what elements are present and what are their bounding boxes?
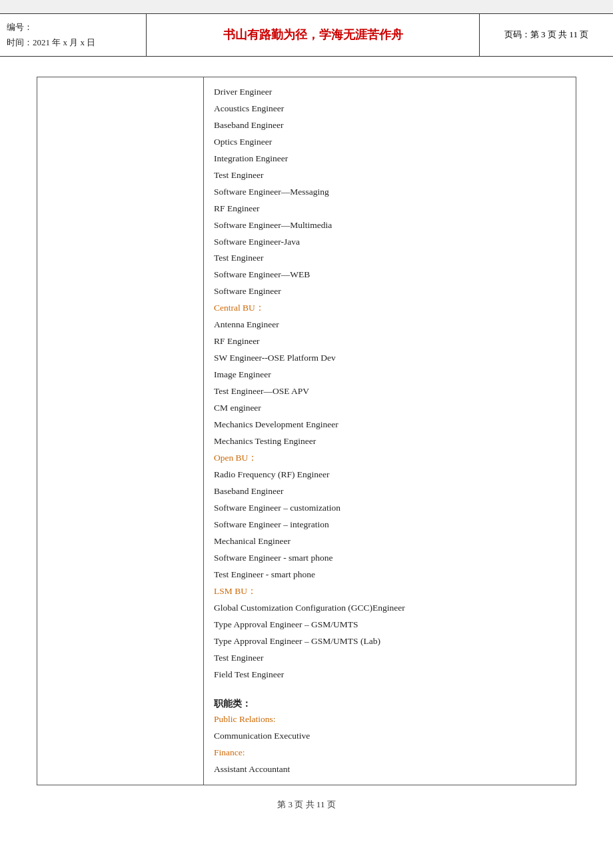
right-column: Driver EngineerAcoustics EngineerBaseban…	[204, 77, 576, 785]
list-item: RF Engineer	[214, 333, 566, 350]
page: 编号： 时间：2021 年 x 月 x 日 书山有路勤为径，学海无涯苦作舟 页码…	[0, 13, 613, 868]
page-footer: 第 3 页 共 11 页	[0, 799, 613, 817]
header-left: 编号： 时间：2021 年 x 月 x 日	[0, 14, 147, 56]
list-item: Software Engineer – customization	[214, 500, 566, 517]
list-item: Assistant Accountant	[214, 761, 566, 778]
header-right: 页码：第 3 页 共 11 页	[480, 14, 613, 56]
list-item: Baseband Engineer	[214, 483, 566, 500]
list-item: Software Engineer	[214, 283, 566, 300]
list-item: Public Relations:	[214, 711, 566, 728]
list-item: Acoustics Engineer	[214, 101, 566, 117]
list-item: Integration Engineer	[214, 151, 566, 167]
list-item: Test Engineer—OSE APV	[214, 383, 566, 400]
list-item: Test Engineer - smart phone	[214, 567, 566, 583]
page-header: 编号： 时间：2021 年 x 月 x 日 书山有路勤为径，学海无涯苦作舟 页码…	[0, 13, 613, 57]
list-item: Type Approval Engineer – GSM/UMTS (Lab)	[214, 633, 566, 650]
list-item: Mechanical Engineer	[214, 533, 566, 550]
header-date: 时间：2021 年 x 月 x 日	[7, 35, 139, 50]
list-item: Software Engineer-Java	[214, 234, 566, 251]
header-number-label: 编号：	[7, 19, 139, 35]
list-item: Driver Engineer	[214, 84, 566, 101]
footer-page-info: 第 3 页 共 11 页	[277, 799, 335, 809]
list-item: Software Engineer—Messaging	[214, 184, 566, 201]
list-item: Field Test Engineer	[214, 667, 566, 683]
list-item: Software Engineer - smart phone	[214, 550, 566, 567]
list-item: SW Engineer--OSE Platform Dev	[214, 350, 566, 367]
list-item: Central BU：	[214, 300, 566, 317]
list-item: Test Engineer	[214, 167, 566, 184]
list-item: Software Engineer—WEB	[214, 267, 566, 283]
list-item: LSM BU：	[214, 583, 566, 600]
list-item: Antenna Engineer	[214, 317, 566, 333]
list-item: Communication Executive	[214, 728, 566, 745]
header-center: 书山有路勤为径，学海无涯苦作舟	[147, 14, 480, 56]
list-item: Open BU：	[214, 450, 566, 467]
list-item: Image Engineer	[214, 367, 566, 383]
list-item: Mechanics Testing Engineer	[214, 433, 566, 450]
list-item: Software Engineer – integration	[214, 517, 566, 533]
list-item: Global Customization Configuration (GCC)…	[214, 600, 566, 617]
spacer	[0, 57, 613, 77]
list-item: Baseband Engineer	[214, 117, 566, 134]
left-column	[37, 77, 204, 785]
list-item: Software Engineer—Multimedia	[214, 217, 566, 234]
list-item: Type Approval Engineer – GSM/UMTS	[214, 617, 566, 633]
list-item: Optics Engineer	[214, 134, 566, 151]
main-content-table: Driver EngineerAcoustics EngineerBaseban…	[37, 77, 576, 785]
list-item: Test Engineer	[214, 650, 566, 667]
list-item: Radio Frequency (RF) Engineer	[214, 467, 566, 483]
header-motto: 书山有路勤为径，学海无涯苦作舟	[223, 27, 403, 43]
list-item: Finance:	[214, 745, 566, 761]
header-page-number: 页码：第 3 页 共 11 页	[504, 29, 588, 41]
list-item: CM engineer	[214, 400, 566, 417]
section2-label: 职能类：	[214, 698, 566, 710]
list-item: RF Engineer	[214, 201, 566, 217]
list-item: Test Engineer	[214, 250, 566, 267]
list-item: Mechanics Development Engineer	[214, 417, 566, 433]
